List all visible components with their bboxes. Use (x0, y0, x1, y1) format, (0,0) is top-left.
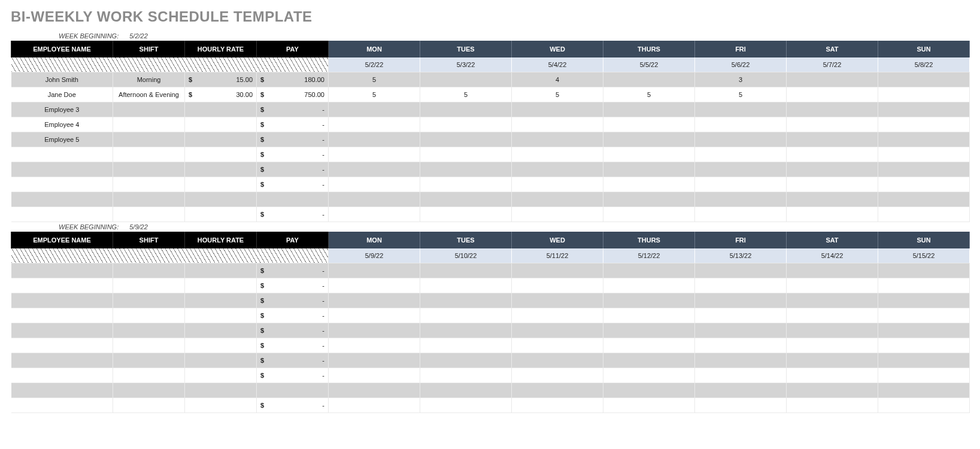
pay-cell[interactable]: $- (257, 323, 329, 338)
hours-cell[interactable] (329, 102, 420, 117)
hours-cell[interactable]: 5 (329, 87, 420, 102)
hours-cell[interactable] (512, 132, 603, 147)
employee-name-cell[interactable] (11, 368, 113, 383)
hours-cell[interactable] (329, 383, 420, 398)
pay-cell[interactable]: $- (257, 338, 329, 353)
employee-name-cell[interactable] (11, 353, 113, 368)
hourly-rate-cell[interactable] (185, 398, 257, 413)
pay-cell[interactable]: $- (257, 368, 329, 383)
hours-cell[interactable] (878, 293, 970, 308)
hours-cell[interactable] (695, 368, 787, 383)
hours-cell[interactable] (329, 398, 420, 413)
hours-cell[interactable] (787, 87, 878, 102)
pay-cell[interactable]: $- (257, 177, 329, 192)
hours-cell[interactable] (878, 117, 970, 132)
hours-cell[interactable] (878, 162, 970, 177)
hours-cell[interactable] (695, 353, 787, 368)
shift-cell[interactable]: Morning (113, 72, 185, 87)
hours-cell[interactable] (603, 72, 695, 87)
hours-cell[interactable] (878, 87, 970, 102)
hours-cell[interactable] (603, 353, 695, 368)
pay-cell[interactable]: $- (257, 132, 329, 147)
hours-cell[interactable] (878, 177, 970, 192)
hours-cell[interactable] (878, 278, 970, 293)
hourly-rate-cell[interactable] (185, 338, 257, 353)
hours-cell[interactable] (512, 338, 603, 353)
week-beginning-date[interactable]: 5/2/22 (129, 31, 148, 41)
hourly-rate-cell[interactable] (185, 353, 257, 368)
hours-cell[interactable] (878, 353, 970, 368)
hours-cell[interactable]: 5 (329, 72, 420, 87)
shift-cell[interactable] (113, 132, 185, 147)
employee-name-cell[interactable] (11, 338, 113, 353)
employee-name-cell[interactable] (11, 293, 113, 308)
hours-cell[interactable] (878, 308, 970, 323)
pay-cell[interactable]: $- (257, 102, 329, 117)
hours-cell[interactable] (512, 278, 603, 293)
hours-cell[interactable]: 5 (420, 87, 512, 102)
hours-cell[interactable] (695, 192, 787, 207)
date-cell[interactable]: 5/12/22 (603, 248, 695, 263)
hours-cell[interactable] (695, 162, 787, 177)
hours-cell[interactable] (695, 338, 787, 353)
hours-cell[interactable] (878, 192, 970, 207)
hours-cell[interactable] (603, 308, 695, 323)
date-cell[interactable]: 5/4/22 (512, 57, 603, 72)
pay-cell[interactable]: $- (257, 263, 329, 278)
hourly-rate-cell[interactable] (185, 177, 257, 192)
pay-cell[interactable]: $180.00 (257, 72, 329, 87)
hourly-rate-cell[interactable] (185, 308, 257, 323)
hours-cell[interactable] (512, 162, 603, 177)
date-cell[interactable]: 5/7/22 (787, 57, 878, 72)
date-cell[interactable]: 5/11/22 (512, 248, 603, 263)
hours-cell[interactable] (695, 398, 787, 413)
pay-cell[interactable] (257, 192, 329, 207)
hours-cell[interactable] (603, 278, 695, 293)
hours-cell[interactable] (420, 263, 512, 278)
hourly-rate-cell[interactable] (185, 278, 257, 293)
date-cell[interactable]: 5/9/22 (329, 248, 420, 263)
hours-cell[interactable] (329, 132, 420, 147)
shift-cell[interactable] (113, 117, 185, 132)
hours-cell[interactable] (695, 308, 787, 323)
hours-cell[interactable] (512, 323, 603, 338)
hours-cell[interactable] (420, 308, 512, 323)
hours-cell[interactable] (329, 278, 420, 293)
pay-cell[interactable]: $- (257, 117, 329, 132)
date-cell[interactable]: 5/2/22 (329, 57, 420, 72)
hours-cell[interactable] (420, 177, 512, 192)
shift-cell[interactable] (113, 338, 185, 353)
shift-cell[interactable] (113, 192, 185, 207)
date-cell[interactable]: 5/15/22 (878, 248, 970, 263)
shift-cell[interactable] (113, 368, 185, 383)
hours-cell[interactable] (420, 162, 512, 177)
hours-cell[interactable] (329, 293, 420, 308)
pay-cell[interactable]: $- (257, 398, 329, 413)
hours-cell[interactable] (603, 293, 695, 308)
hours-cell[interactable] (603, 368, 695, 383)
date-cell[interactable]: 5/5/22 (603, 57, 695, 72)
hours-cell[interactable] (603, 162, 695, 177)
hours-cell[interactable] (329, 117, 420, 132)
shift-cell[interactable] (113, 353, 185, 368)
employee-name-cell[interactable] (11, 162, 113, 177)
hours-cell[interactable] (787, 72, 878, 87)
pay-cell[interactable]: $- (257, 147, 329, 162)
hours-cell[interactable] (787, 132, 878, 147)
hours-cell[interactable] (603, 338, 695, 353)
hours-cell[interactable] (695, 132, 787, 147)
hours-cell[interactable] (603, 207, 695, 222)
pay-cell[interactable]: $- (257, 207, 329, 222)
shift-cell[interactable] (113, 162, 185, 177)
shift-cell[interactable] (113, 278, 185, 293)
hours-cell[interactable] (420, 132, 512, 147)
employee-name-cell[interactable]: Jane Doe (11, 87, 113, 102)
hours-cell[interactable] (603, 117, 695, 132)
date-cell[interactable]: 5/8/22 (878, 57, 970, 72)
pay-cell[interactable] (257, 383, 329, 398)
hours-cell[interactable] (420, 147, 512, 162)
hours-cell[interactable] (420, 338, 512, 353)
employee-name-cell[interactable]: John Smith (11, 72, 113, 87)
hours-cell[interactable] (787, 147, 878, 162)
hours-cell[interactable] (329, 147, 420, 162)
